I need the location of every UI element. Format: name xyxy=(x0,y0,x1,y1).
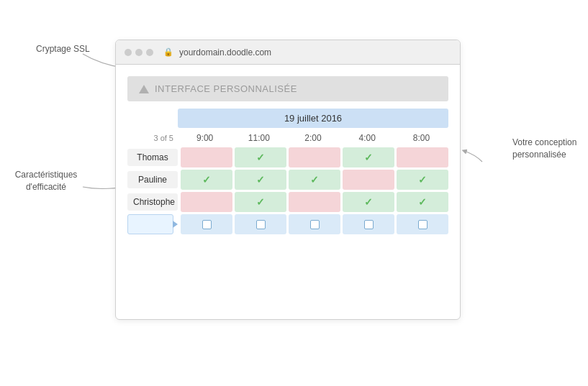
checkbox-0[interactable] xyxy=(181,214,232,234)
date-header: 19 juillet 2016 xyxy=(178,109,448,128)
cell-thomas-4 xyxy=(397,147,448,167)
doodle-table: 19 juillet 2016 3 of 5 9:00 11:00 2:00 4… xyxy=(116,109,460,246)
browser-dot-3 xyxy=(146,49,153,56)
checkbox-inner-1[interactable] xyxy=(256,220,266,229)
browser-dots xyxy=(125,49,153,56)
check-icon: ✓ xyxy=(310,174,319,185)
checkbox-inner-4[interactable] xyxy=(418,220,428,229)
time-3: 4:00 xyxy=(340,131,394,145)
cell-christophe-4: ✓ xyxy=(397,192,448,212)
person-name-christophe: Christophe xyxy=(127,193,178,211)
browser-content: INTERFACE PERSONNALISÉE 19 juillet 2016 … xyxy=(116,65,460,246)
time-2: 2:00 xyxy=(286,131,340,145)
checkbox-3[interactable] xyxy=(343,214,394,234)
annotation-ssl-text: Cryptage SSL xyxy=(36,44,90,54)
cell-thomas-0 xyxy=(181,147,232,167)
annotation-conception-text: Votre conception personnalisée xyxy=(512,137,576,160)
check-icon: ✓ xyxy=(256,174,265,185)
table-row: Pauline ✓ ✓ ✓ ✓ xyxy=(127,170,448,190)
check-icon: ✓ xyxy=(364,196,373,208)
person-name-thomas: Thomas xyxy=(127,149,178,166)
page-container: Cryptage SSL Sous-domaine personnalisé C… xyxy=(0,0,588,386)
banner-text: INTERFACE PERSONNALISÉE xyxy=(155,83,297,94)
check-icon: ✓ xyxy=(418,174,427,185)
browser-dot-1 xyxy=(125,49,132,56)
browser-titlebar: 🔒 yourdomain.doodle.com xyxy=(116,40,460,65)
lock-icon: 🔒 xyxy=(163,47,173,57)
table-header-row: 3 of 5 9:00 11:00 2:00 4:00 8:00 xyxy=(127,131,448,145)
cell-thomas-2 xyxy=(289,147,340,167)
annotation-efficacite-text: Caractéristiques d'efficacité xyxy=(15,170,78,192)
table-row: Thomas ✓ ✓ xyxy=(127,147,448,167)
name-input[interactable] xyxy=(127,214,173,234)
cell-christophe-3: ✓ xyxy=(343,192,394,212)
input-name-wrapper xyxy=(127,214,178,234)
counter-label: 3 of 5 xyxy=(127,134,178,142)
browser-dot-2 xyxy=(135,49,143,56)
person-name-pauline: Pauline xyxy=(127,171,178,188)
checkbox-inner-2[interactable] xyxy=(310,220,320,229)
browser-window: 🔒 yourdomain.doodle.com INTERFACE PERSON… xyxy=(115,40,461,320)
cell-pauline-0: ✓ xyxy=(181,170,232,190)
cell-pauline-3 xyxy=(343,170,394,190)
checkbox-2[interactable] xyxy=(289,214,340,234)
checkbox-1[interactable] xyxy=(235,214,286,234)
url-bar[interactable]: yourdomain.doodle.com xyxy=(179,47,451,58)
checkbox-inner-0[interactable] xyxy=(202,220,212,229)
christophe-cells: ✓ ✓ ✓ xyxy=(181,192,448,212)
custom-interface-banner: INTERFACE PERSONNALISÉE xyxy=(127,76,448,101)
check-icon: ✓ xyxy=(202,174,211,185)
cell-pauline-4: ✓ xyxy=(397,170,448,190)
time-cells: 9:00 11:00 2:00 4:00 8:00 xyxy=(178,131,448,145)
input-row xyxy=(127,214,448,234)
time-4: 8:00 xyxy=(394,131,448,145)
check-icon: ✓ xyxy=(256,196,265,208)
checkbox-cells xyxy=(181,214,448,234)
cell-christophe-1: ✓ xyxy=(235,192,286,212)
checkbox-inner-3[interactable] xyxy=(364,220,374,229)
cell-thomas-1: ✓ xyxy=(235,147,286,167)
cell-christophe-2 xyxy=(289,192,340,212)
cell-pauline-2: ✓ xyxy=(289,170,340,190)
pauline-cells: ✓ ✓ ✓ ✓ xyxy=(181,170,448,190)
time-1: 11:00 xyxy=(232,131,286,145)
time-0: 9:00 xyxy=(178,131,232,145)
check-icon: ✓ xyxy=(256,152,265,163)
annotation-ssl: Cryptage SSL xyxy=(36,43,90,55)
triangle-icon xyxy=(139,85,149,93)
input-arrow-icon xyxy=(173,221,178,228)
cell-christophe-0 xyxy=(181,192,232,212)
checkbox-4[interactable] xyxy=(397,214,448,234)
cell-thomas-3: ✓ xyxy=(343,147,394,167)
check-icon: ✓ xyxy=(364,152,373,163)
check-icon: ✓ xyxy=(418,196,427,208)
table-row: Christophe ✓ ✓ ✓ xyxy=(127,192,448,212)
table-grid: 3 of 5 9:00 11:00 2:00 4:00 8:00 Thomas xyxy=(127,131,448,234)
annotation-conception: Votre conception personnalisée xyxy=(512,137,577,161)
cell-pauline-1: ✓ xyxy=(235,170,286,190)
thomas-cells: ✓ ✓ xyxy=(181,147,448,167)
annotation-efficacite: Caractéristiques d'efficacité xyxy=(10,169,82,193)
